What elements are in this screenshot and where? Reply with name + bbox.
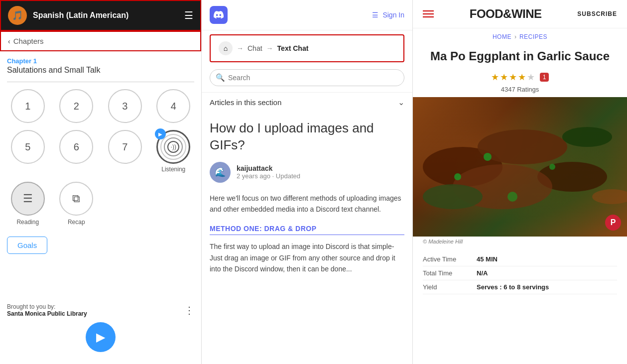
lesson-number-5: 5 [25, 141, 30, 153]
actions-row: ☰ Reading ⧉ Recap [0, 180, 201, 233]
comment-count-badge[interactable]: 1 [540, 73, 549, 82]
search-input[interactable] [210, 69, 404, 86]
author-name: kaijuattack [237, 164, 300, 172]
sign-in-link[interactable]: Sign In [382, 11, 404, 19]
recipe-meta: Active Time 45 MIN Total Time N/A Yield … [413, 246, 627, 300]
middle-top-bar: ☰ Sign In [202, 0, 412, 30]
app-title: Spanish (Latin American) [33, 11, 178, 20]
chapters-back-label: Chapters [13, 37, 44, 45]
stars-container: ★ ★ ★ ★ ★ [491, 72, 535, 83]
chapter-title-word1: Salutations [7, 66, 46, 74]
breadcrumb-arrow-2: → [266, 44, 273, 52]
lesson-circle-7[interactable]: 7 [108, 130, 142, 164]
lesson-number-4: 4 [171, 101, 176, 112]
left-header: 🎵 Spanish (Latin American) ☰ [0, 0, 201, 31]
recap-action[interactable]: ⧉ Recap [56, 182, 98, 226]
subscribe-button[interactable]: SUBSCRIBE [577, 10, 617, 17]
svg-point-1 [478, 129, 567, 164]
discord-home-icon: ⌂ [219, 41, 233, 55]
right-breadcrumb: HOME › RECIPES [413, 28, 627, 45]
star-1: ★ [491, 72, 499, 83]
hamburger-line-1 [423, 10, 434, 11]
time-ago: 2 years ago [237, 172, 270, 180]
author-info: kaijuattack 2 years ago · Updated [237, 164, 300, 180]
yield-value: Serves : 6 to 8 servings [477, 283, 549, 291]
star-5: ★ [527, 72, 535, 83]
articles-chevron-icon: ⌄ [398, 98, 404, 107]
play-fab-button[interactable]: ▶ [86, 322, 116, 352]
avatar: 🎵 [8, 6, 27, 25]
chapter-info: Chapter 1 Salutations and Small Talk [0, 51, 201, 77]
svg-point-9 [454, 173, 461, 180]
meta-yield: Yield Serves : 6 to 8 servings [423, 280, 617, 294]
svg-point-10 [592, 189, 627, 204]
lesson-circle-6[interactable]: 6 [59, 130, 93, 164]
right-header: FOOD&WINE SUBSCRIBE [413, 0, 627, 28]
hamburger-red-icon[interactable] [423, 10, 434, 17]
goals-section: Goals [0, 233, 201, 261]
rating-row: ★ ★ ★ ★ ★ 1 [413, 69, 627, 86]
brought-by-label: Brought to you by: [7, 303, 55, 310]
breadcrumb-chat[interactable]: Chat [248, 44, 262, 52]
lesson-circle-5[interactable]: 5 [11, 130, 45, 164]
lesson-circle-1[interactable]: 1 [11, 89, 45, 123]
breadcrumb-arrow-1: → [237, 44, 244, 52]
svg-point-6 [484, 153, 492, 161]
food-illustration [413, 97, 627, 237]
footer-sponsor-text: Brought to you by: Santa Monica Public L… [7, 303, 87, 317]
pinterest-button[interactable]: P [605, 215, 621, 231]
active-time-value: 45 MIN [477, 255, 498, 263]
author-meta: 2 years ago · Updated [237, 172, 300, 180]
svg-point-7 [549, 164, 555, 170]
sponsor-name: Santa Monica Public Library [7, 310, 87, 317]
articles-section-toggle[interactable]: Articles in this section ⌄ [202, 92, 412, 112]
sound-waves-icon: ·)) [161, 134, 186, 159]
hamburger-menu-icon[interactable]: ☰ [184, 9, 193, 21]
hamburger-line-2 [423, 13, 434, 14]
chapter-number: Chapter 1 [7, 57, 194, 65]
avatar-icon: 🎵 [12, 10, 23, 21]
left-panel: 🎵 Spanish (Latin American) ☰ ‹ Chapters … [0, 0, 202, 364]
article-content: How do I upload images and GIFs? 🌊 kaiju… [202, 112, 412, 283]
lesson-item-4: 4 [153, 89, 195, 123]
hamburger-middle-icon[interactable]: ☰ [372, 11, 378, 19]
middle-panel: ☰ Sign In ⌂ → Chat → Text Chat 🔍 Article… [202, 0, 413, 364]
star-2: ★ [500, 72, 508, 83]
chapter-title-word2: Small Talk [64, 66, 101, 74]
chapters-back-button[interactable]: ‹ Chapters [0, 31, 201, 51]
footer-more-icon[interactable]: ⋮ [184, 304, 194, 316]
lesson-item-1: 1 [7, 89, 49, 123]
breadcrumb-home-link[interactable]: HOME [493, 33, 511, 40]
lesson-item-6: 6 [56, 130, 98, 173]
listening-label: Listening [161, 166, 185, 173]
updated-label: Updated [276, 172, 300, 180]
lessons-grid: 1 2 3 4 5 6 [0, 87, 201, 180]
article-title: How do I upload images and GIFs? [210, 120, 404, 154]
author-row: 🌊 kaijuattack 2 years ago · Updated [210, 162, 404, 183]
chapter-title: Salutations and Small Talk [7, 66, 194, 75]
lesson-item-3: 3 [104, 89, 146, 123]
method-body: The first way to upload an image into Di… [210, 241, 404, 274]
star-4: ★ [518, 72, 526, 83]
goals-button[interactable]: Goals [7, 237, 47, 254]
meta-total-time: Total Time N/A [423, 266, 617, 280]
lesson-item-listening: ▶ ·)) Listening [153, 130, 195, 173]
lesson-circle-2[interactable]: 2 [59, 89, 93, 123]
recap-icon: ⧉ [59, 182, 93, 216]
article-body: Here we'll focus on two different method… [210, 193, 404, 215]
recipe-image: P [413, 97, 627, 237]
reading-action[interactable]: ☰ Reading [7, 182, 49, 226]
svg-point-5 [562, 127, 612, 147]
lesson-circle-listening[interactable]: ▶ ·)) [156, 130, 190, 164]
lesson-number-1: 1 [25, 101, 30, 112]
wave-ring-3 [160, 134, 186, 160]
lesson-number-3: 3 [122, 101, 127, 112]
svg-point-4 [423, 184, 483, 209]
lesson-circle-4[interactable]: 4 [156, 89, 190, 123]
method-heading: METHOD ONE: DRAG & DROP [210, 225, 404, 235]
lesson-number-6: 6 [74, 141, 79, 153]
active-time-label: Active Time [423, 255, 473, 263]
breadcrumb-recipes-link[interactable]: RECIPES [519, 33, 547, 40]
lesson-circle-3[interactable]: 3 [108, 89, 142, 123]
right-panel: FOOD&WINE SUBSCRIBE HOME › RECIPES Ma Po… [413, 0, 627, 364]
